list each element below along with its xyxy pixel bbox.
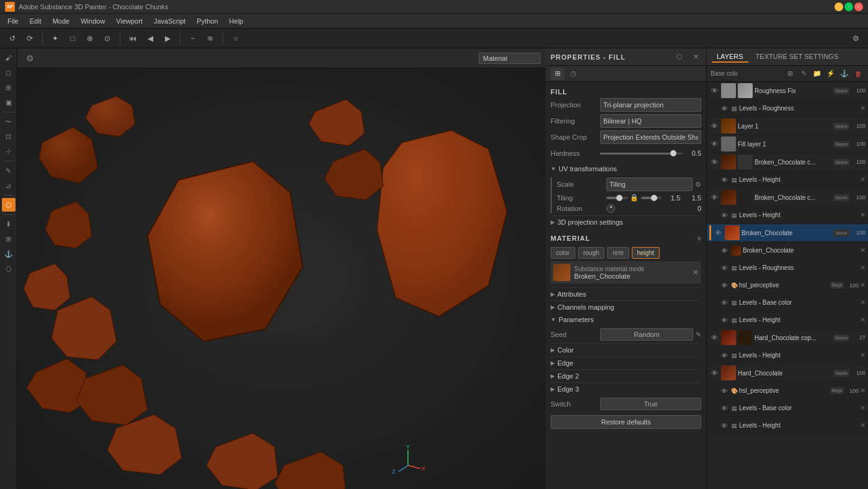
layer-vis-lev-h-hc[interactable]: 👁 (719, 351, 729, 361)
layer-vis-broken-sel[interactable]: 👁 (713, 228, 723, 238)
layer-1[interactable]: 👁 Layer 1 Norm 100 (707, 117, 868, 135)
mat-btn-rough[interactable]: rough (578, 247, 605, 259)
menu-edit[interactable]: Edit (25, 16, 46, 26)
tool-smudge[interactable]: 〜 (2, 115, 16, 128)
menu-window[interactable]: Window (76, 16, 110, 26)
menu-viewport[interactable]: Viewport (111, 16, 148, 26)
projection-select[interactable]: Tri-planar projection (600, 98, 701, 112)
layer-close-hsl-sub[interactable]: ✕ (860, 281, 866, 289)
tool-import[interactable]: ⬇ (2, 217, 16, 231)
toolbar-add-btn[interactable]: ⊕ (82, 31, 97, 46)
toolbar-play-btn[interactable]: ▶ (160, 31, 175, 46)
tool-paint[interactable]: 🖌 (2, 51, 16, 65)
toolbar-circle-btn[interactable]: ⊙ (100, 31, 115, 46)
toolbar-rotate-btn[interactable]: ↺ (5, 31, 20, 46)
layer-vis-broken-1[interactable]: 👁 (709, 157, 719, 167)
tool-clone[interactable]: ⊡ (2, 130, 16, 143)
layer-broken-2[interactable]: 👁 Broken_Chocolate c... Norm 100 (707, 189, 868, 207)
toolbar-refresh-btn[interactable]: ⟳ (22, 31, 37, 46)
layer-close-hsl-hard[interactable]: ✕ (860, 387, 866, 395)
layer-add-effects-btn[interactable]: ⚡ (825, 68, 837, 80)
layer-vis-lev-rough[interactable]: 👁 (719, 104, 729, 114)
layer-close-broken-sub[interactable]: ✕ (860, 246, 866, 254)
layer-close-lev-rough[interactable]: ✕ (860, 104, 866, 112)
layer-vis-lev-h-hard[interactable]: 👁 (719, 421, 729, 431)
layer-levels-height-1[interactable]: 👁 ▤ Levels - Height ✕ (707, 171, 868, 189)
menu-help[interactable]: Help (224, 16, 249, 26)
layer-hsl-hard[interactable]: 👁 🎨 hsl_perceptive Repl 100 ✕ (707, 382, 868, 400)
layer-close-lev-h-hc[interactable]: ✕ (860, 351, 866, 359)
maximize-button[interactable]: ＋ (844, 2, 853, 11)
props-popout-btn[interactable]: ⬡ (674, 52, 685, 63)
toolbar-grid-btn[interactable]: ≋ (203, 31, 218, 46)
tool-picker[interactable]: ✎ (2, 164, 16, 177)
layer-fill-1[interactable]: 👁 Fill layer 1 Norm 100 (707, 135, 868, 153)
props-tab-clock[interactable]: ◷ (567, 68, 580, 80)
layer-vis-lev-h2[interactable]: 👁 (719, 210, 729, 220)
layer-levels-base-sub[interactable]: 👁 ▤ Levels - Base color ✕ (707, 294, 868, 312)
layer-add-paint-btn[interactable]: ✎ (797, 68, 810, 80)
toolbar-env-btn[interactable]: ○ (228, 31, 243, 46)
menu-mode[interactable]: Mode (48, 16, 75, 26)
layer-levels-height-sub[interactable]: 👁 ▤ Levels - Height ✕ (707, 312, 868, 329)
layer-roughness-fix[interactable]: 👁 Roughness Fix Norm 100 (707, 82, 868, 100)
rotation-dial[interactable] (606, 204, 615, 213)
mat-btn-nrm[interactable]: nrm (607, 247, 629, 259)
viewport-settings-btn[interactable]: ⚙ (22, 51, 37, 66)
layer-levels-rough-sub[interactable]: 👁 ▤ Levels - Roughness ✕ (707, 259, 868, 277)
toolbar-wave-btn[interactable]: ~ (185, 31, 200, 46)
layer-vis-lev-base-sub[interactable]: 👁 (719, 298, 729, 308)
layer-close-lev-h2[interactable]: ✕ (860, 211, 866, 219)
layer-vis-hsl-sub[interactable]: 👁 (719, 280, 729, 290)
layer-vis-lev-h-sub[interactable]: 👁 (719, 315, 729, 325)
minimize-button[interactable]: － (835, 2, 843, 11)
layer-vis-lev-rough-sub[interactable]: 👁 (719, 263, 729, 273)
layer-broken-selected[interactable]: 👁 Broken_Chocolate Norm 100 (707, 224, 868, 242)
edge3-toggle[interactable]: ▶ Edge 3 (551, 382, 701, 395)
uv-section-toggle[interactable]: ▼ UV transformations (551, 163, 701, 175)
layer-levels-roughness[interactable]: 👁 ▤ Levels - Roughness ✕ (707, 100, 868, 117)
hardness-thumb[interactable] (670, 150, 676, 156)
edge-toggle[interactable]: ▶ Edge (551, 356, 701, 369)
hardness-slider-wrap[interactable] (600, 148, 683, 158)
layer-hard[interactable]: 👁 Hard_Chocolate Norm 100 (707, 364, 868, 382)
tool-measure[interactable]: ⊿ (2, 179, 16, 192)
material-settings-btn[interactable]: ≡ (698, 235, 701, 242)
props-tab-grid[interactable]: ⊞ (551, 68, 564, 80)
tool-fill[interactable]: ▣ (2, 96, 16, 109)
edge2-toggle[interactable]: ▶ Edge 2 (551, 369, 701, 382)
tool-select[interactable]: ⊹ (2, 145, 16, 158)
layer-vis-hsl-hard[interactable]: 👁 (719, 386, 729, 396)
color-toggle[interactable]: ▶ Color (551, 343, 701, 356)
layer-levels-height-2[interactable]: 👁 ▤ Levels - Height ✕ (707, 207, 868, 224)
layer-close-lev-h-sub[interactable]: ✕ (860, 316, 866, 324)
toolbar-rect-btn[interactable]: □ (65, 31, 80, 46)
layer-vis-fill[interactable]: 👁 (709, 139, 719, 149)
attributes-toggle[interactable]: ▶ Attributes (551, 287, 701, 300)
layer-close-lev-rough-sub[interactable]: ✕ (860, 264, 866, 272)
toolbar-settings-btn[interactable]: ⚙ (848, 31, 863, 46)
layer-levels-base-hard[interactable]: 👁 ▤ Levels - Base color ✕ (707, 400, 868, 417)
menu-python[interactable]: Python (192, 16, 223, 26)
layer-close-lev-h1[interactable]: ✕ (860, 176, 866, 184)
scale-settings-icon[interactable]: ⚙ (695, 181, 701, 189)
restore-defaults-btn[interactable]: Restore defaults (551, 415, 701, 429)
channels-mapping-toggle[interactable]: ▶ Channels mapping (551, 300, 701, 313)
tool-eraser[interactable]: ◻ (2, 66, 16, 79)
tiling-thumb-2[interactable] (651, 195, 657, 201)
mat-btn-color[interactable]: color (551, 247, 575, 259)
toolbar-select-btn[interactable]: ✦ (48, 31, 63, 46)
filtering-select[interactable]: Bilinear | HQ (600, 114, 701, 128)
layer-vis-lev-h1[interactable]: 👁 (719, 175, 729, 185)
tab-texture-settings[interactable]: TEXTURE SET SETTINGS (751, 52, 844, 63)
close-button[interactable]: ✕ (854, 2, 863, 11)
layer-delete-btn[interactable]: 🗑 (852, 68, 864, 80)
layer-vis-1[interactable]: 👁 (709, 121, 719, 131)
layer-vis-broken-2[interactable]: 👁 (709, 192, 719, 202)
layer-vis-lev-base-hard[interactable]: 👁 (719, 403, 729, 413)
material-remove-btn[interactable]: ✕ (693, 268, 699, 277)
props-close-btn[interactable]: ✕ (690, 52, 701, 63)
mat-btn-height[interactable]: height (632, 247, 660, 259)
layer-close-lev-base-hard[interactable]: ✕ (860, 404, 866, 412)
layer-add-fill-btn[interactable]: ⊞ (784, 68, 796, 80)
